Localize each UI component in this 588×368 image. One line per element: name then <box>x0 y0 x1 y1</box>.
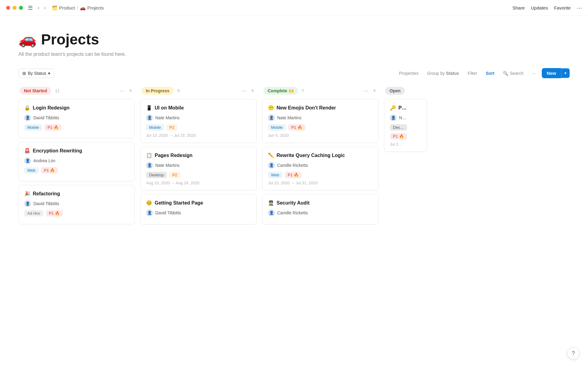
projects-emoji: 🚗 <box>80 5 86 11</box>
avatar: 👤 <box>390 114 397 121</box>
product-emoji: 🗂️ <box>52 5 58 11</box>
avatar: 👤 <box>268 162 275 169</box>
page-subtitle: All the product team's projects can be f… <box>18 52 570 57</box>
card-title: 🔒 Login Redesign <box>24 105 129 111</box>
page-title: 🚗 Projects <box>18 31 570 48</box>
card-date: Jul 2… <box>390 142 421 147</box>
column-status-not-started: Not Started <box>20 87 51 95</box>
column-header-complete: Complete 🙌 7 ··· + <box>262 87 379 95</box>
card-meta: 👤 David Tibbitts <box>24 200 129 207</box>
card-not-started-2[interactable]: 🎉 Refactoring 👤 David Tibbitts Ad HocP1 … <box>18 185 135 224</box>
card-not-started-1[interactable]: 🚨 Encryption Rewriting 👤 Andrea Lim WebP… <box>18 142 135 181</box>
card-date: Jul 23, 2020 → Jul 31, 2020 <box>268 181 373 185</box>
share-button[interactable]: Share <box>512 5 525 10</box>
tag-mobile: Mobile <box>146 124 164 131</box>
updates-button[interactable]: Updates <box>531 5 548 10</box>
card-complete-2[interactable]: 👮 Security Audit 👤 Camille Ricketts <box>262 194 379 224</box>
traffic-lights <box>6 6 23 10</box>
view-label: By Status <box>28 71 46 76</box>
assignee-name: Nate Martins <box>155 115 179 120</box>
card-title: 🔑 P… <box>390 105 421 111</box>
card-title-text: Getting Started Page <box>155 200 203 206</box>
assignee-name: David Tibbitts <box>33 115 59 120</box>
card-tags: Ad HocP1 🔥 <box>24 210 129 217</box>
assignee-name: Nate Martins <box>277 115 301 120</box>
card-title: 👮 Security Audit <box>268 200 373 206</box>
column-header-open: Open <box>384 87 427 95</box>
forward-button[interactable]: › <box>43 4 47 12</box>
back-button[interactable]: ‹ <box>36 4 41 12</box>
fullscreen-button[interactable] <box>19 6 23 10</box>
card-title-text: Login Redesign <box>33 105 70 111</box>
column-add-in-progress[interactable]: + <box>250 87 255 95</box>
toolbar-more-button[interactable]: ··· <box>530 69 538 78</box>
card-in-progress-1[interactable]: 📋 Pages Redesign 👤 Nate Martins DesktopP… <box>140 147 257 190</box>
tag-mobile: Mobile <box>268 124 286 131</box>
avatar: 👤 <box>24 200 31 207</box>
card-title: 😊 Getting Started Page <box>146 200 251 206</box>
card-title-text: P… <box>398 105 407 111</box>
card-emoji: 🔒 <box>24 105 30 111</box>
assignee-name: Camille Ricketts <box>277 210 308 215</box>
page-title-text: Projects <box>41 31 99 48</box>
tag-p2: P2 <box>169 172 180 178</box>
card-meta: 👤 Andrea Lim <box>24 157 129 164</box>
card-tags: WebP1 🔥 <box>24 167 129 174</box>
column-more-in-progress[interactable]: ··· <box>240 87 247 95</box>
new-dropdown-button[interactable]: ▾ <box>561 68 570 78</box>
card-complete-0[interactable]: 😶 New Emojis Don't Render 👤 Nate Martins… <box>262 99 379 143</box>
favorite-button[interactable]: Favorite <box>554 5 571 10</box>
card-title: ✏️ Rewrite Query Caching Logic <box>268 152 373 158</box>
card-in-progress-2[interactable]: 😊 Getting Started Page 👤 David Tibbitts <box>140 194 257 224</box>
card-complete-1[interactable]: ✏️ Rewrite Query Caching Logic 👤 Camille… <box>262 147 379 190</box>
card-title-text: UI on Mobile <box>155 105 184 111</box>
avatar: 👤 <box>24 114 31 121</box>
breadcrumb-product[interactable]: 🗂️ Product <box>52 5 75 11</box>
filter-button[interactable]: Filter <box>465 69 480 78</box>
sort-button[interactable]: Sort <box>483 69 497 78</box>
assignee-name: David Tibbitts <box>155 210 181 215</box>
avatar: 👤 <box>268 209 275 216</box>
tag-p1: P1 🔥 <box>288 124 305 131</box>
view-grid-icon: ⊞ <box>22 71 26 76</box>
tag-web: Web <box>24 167 39 174</box>
column-complete: Complete 🙌 7 ··· + 😶 New Emojis Don't Re… <box>262 87 379 228</box>
column-count-complete: 7 <box>302 88 304 93</box>
search-button[interactable]: 🔍 Search <box>500 69 526 78</box>
new-main-button[interactable]: New <box>542 68 561 78</box>
card-title-text: Security Audit <box>277 200 310 206</box>
tag-p1: P1 🔥 <box>285 172 302 178</box>
card-emoji: 🎉 <box>24 191 30 197</box>
card-title-text: New Emojis Don't Render <box>277 105 336 111</box>
card-emoji: ✏️ <box>268 152 274 158</box>
card-title: 😶 New Emojis Don't Render <box>268 105 373 111</box>
close-button[interactable] <box>6 6 10 10</box>
sidebar-toggle[interactable]: ☰ <box>28 5 33 11</box>
card-in-progress-0[interactable]: 📱 UI on Mobile 👤 Nate Martins MobileP2 J… <box>140 99 257 143</box>
avatar: 👤 <box>146 162 153 169</box>
card-emoji: 😶 <box>268 105 274 111</box>
assignee-name: N… <box>399 115 406 120</box>
avatar: 👤 <box>24 157 31 164</box>
breadcrumb-projects[interactable]: 🚗 Projects <box>80 5 104 11</box>
new-button-group: New ▾ <box>542 68 570 78</box>
group-by-button[interactable]: Group by Status <box>425 69 462 78</box>
column-more-complete[interactable]: ··· <box>362 87 369 95</box>
column-add-not-started[interactable]: + <box>128 87 134 95</box>
card-date: Jun 5, 2020 <box>268 133 373 138</box>
avatar: 👤 <box>268 114 275 121</box>
card-open-0[interactable]: 🔑 P… 👤 N… Des…P1 🔥 Jul 2… <box>384 99 427 152</box>
column-add-complete[interactable]: + <box>371 87 377 95</box>
properties-button[interactable]: Properties <box>397 69 421 78</box>
column-header-in-progress: In Progress 5 ··· + <box>140 87 257 95</box>
more-options-button[interactable]: ··· <box>577 4 582 11</box>
column-actions-not-started: ··· + <box>118 87 134 95</box>
view-selector[interactable]: ⊞ By Status ▾ <box>18 69 54 78</box>
minimize-button[interactable] <box>13 6 17 10</box>
card-title: 📋 Pages Redesign <box>146 152 251 158</box>
tag-desktop: Desktop <box>146 172 167 178</box>
card-not-started-0[interactable]: 🔒 Login Redesign 👤 David Tibbitts Mobile… <box>18 99 135 138</box>
card-meta: 👤 Nate Martins <box>268 114 373 121</box>
column-more-not-started[interactable]: ··· <box>118 87 125 95</box>
card-tags: MobileP1 🔥 <box>268 124 373 131</box>
